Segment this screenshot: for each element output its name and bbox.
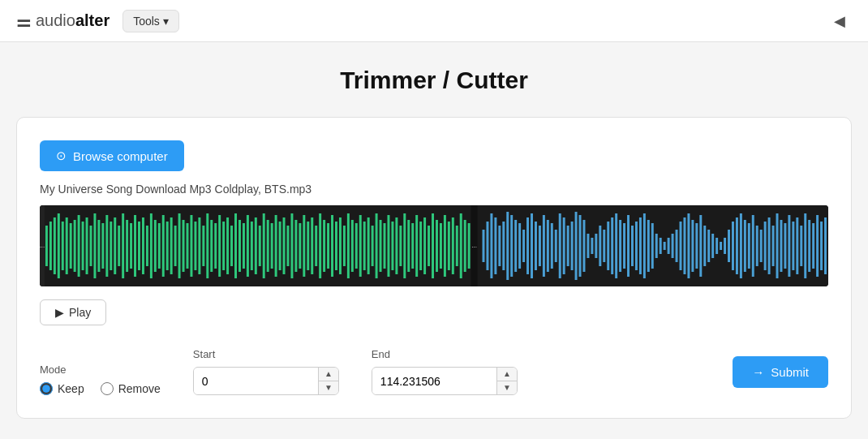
svg-rect-45 [214,223,217,269]
svg-rect-155 [647,220,650,272]
page-title: Trimmer / Cutter [16,67,852,94]
svg-rect-51 [238,220,241,272]
svg-rect-133 [559,213,561,278]
svg-rect-131 [551,223,553,269]
svg-rect-104 [452,217,454,274]
end-input[interactable] [372,368,496,394]
svg-rect-40 [194,222,196,270]
svg-rect-190 [788,215,790,277]
logo-icon: ⚌ [16,11,31,31]
svg-rect-41 [198,217,200,274]
svg-rect-187 [776,213,779,278]
svg-rect-95 [415,215,418,277]
svg-rect-62 [283,217,286,274]
svg-rect-37 [183,220,185,272]
svg-rect-186 [772,226,775,266]
svg-rect-128 [539,226,541,266]
svg-rect-94 [411,223,414,269]
svg-rect-32 [162,215,165,277]
end-label: End [372,348,518,360]
svg-rect-144 [603,230,605,262]
svg-rect-90 [395,217,397,274]
start-decrement-button[interactable]: ▼ [319,381,338,394]
svg-rect-98 [428,226,430,266]
svg-rect-70 [315,226,317,266]
svg-rect-132 [555,230,557,262]
svg-rect-67 [303,215,305,277]
svg-rect-106 [460,213,462,278]
svg-rect-178 [740,213,742,278]
start-input[interactable] [194,368,318,394]
browse-label: Browse computer [73,149,168,163]
keep-radio-option[interactable]: Keep [40,382,84,395]
remove-radio[interactable] [101,382,114,395]
svg-rect-92 [403,213,406,278]
bottom-controls: Mode Keep Remove Start [40,348,828,395]
svg-rect-6 [58,213,60,278]
svg-rect-73 [327,223,329,269]
svg-rect-23 [126,220,128,272]
svg-rect-96 [419,222,422,270]
svg-rect-27 [142,217,144,274]
svg-rect-64 [290,213,293,278]
svg-rect-197 [816,215,819,277]
svg-rect-136 [571,222,574,270]
svg-rect-158 [660,238,662,254]
start-label: Start [193,348,339,360]
keep-radio[interactable] [40,382,53,395]
svg-rect-11 [78,215,80,277]
svg-rect-74 [331,215,333,277]
svg-rect-198 [820,222,823,270]
arrow-right-icon: → [752,365,764,379]
svg-rect-188 [780,220,782,272]
svg-rect-119 [502,222,505,270]
end-decrement-button[interactable]: ▼ [497,381,517,394]
end-increment-button[interactable]: ▲ [497,368,517,381]
svg-rect-114 [483,230,485,262]
tools-menu-button[interactable]: Tools ▾ [122,10,179,32]
svg-rect-29 [150,213,153,278]
svg-rect-82 [363,222,366,270]
logo-alter: alter [75,11,110,30]
svg-rect-10 [74,220,76,272]
svg-rect-71 [319,213,321,278]
svg-rect-53 [247,215,249,277]
svg-rect-169 [703,226,706,266]
filename-label: My Universe Song Download Mp3 Coldplay, … [40,183,828,196]
svg-rect-142 [595,234,597,258]
svg-rect-164 [683,217,685,274]
remove-radio-option[interactable]: Remove [101,382,161,395]
start-increment-button[interactable]: ▲ [319,368,338,381]
svg-rect-118 [498,226,501,266]
svg-rect-87 [384,223,386,269]
svg-rect-4 [49,222,52,270]
svg-rect-13 [86,217,88,274]
svg-rect-145 [607,222,609,270]
svg-rect-117 [494,217,496,274]
svg-rect-184 [764,222,767,270]
svg-rect-189 [784,223,786,269]
browse-computer-button[interactable]: ⊙ Browse computer [40,140,184,171]
svg-rect-138 [579,215,582,277]
svg-rect-66 [299,223,301,269]
submit-button[interactable]: → Submit [733,356,828,388]
svg-rect-79 [351,220,354,272]
svg-rect-151 [631,226,634,266]
svg-rect-154 [643,213,646,278]
start-group: Start ▲ ▼ [193,348,339,395]
svg-rect-125 [526,217,529,274]
svg-rect-195 [808,220,810,272]
svg-rect-91 [399,226,402,266]
svg-rect-129 [543,215,545,277]
svg-rect-19 [110,222,112,270]
svg-rect-20 [114,217,116,274]
sidebar-toggle-button[interactable]: ◀ [827,9,852,33]
svg-rect-15 [93,213,96,278]
svg-rect-30 [154,220,157,272]
play-button[interactable]: ▶ Play [40,299,106,325]
svg-rect-16 [97,220,100,272]
waveform-svg: ··· ··· [40,205,828,286]
svg-rect-148 [619,220,621,272]
svg-rect-69 [311,217,313,274]
svg-rect-115 [486,222,488,270]
